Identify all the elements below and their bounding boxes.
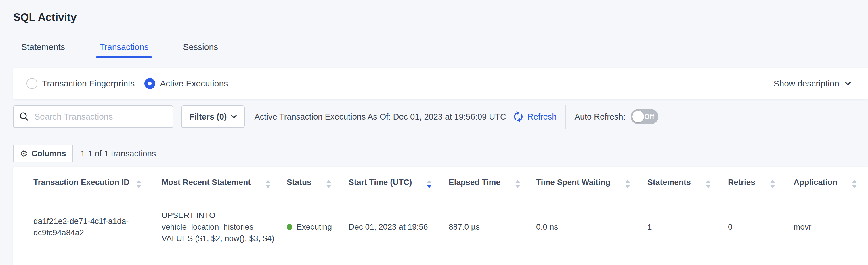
status-dot-icon: [287, 224, 292, 230]
column-header-transaction-execution-id[interactable]: Transaction Execution ID: [13, 167, 161, 201]
column-header-statements[interactable]: Statements: [647, 167, 727, 201]
columns-button-label: Columns: [32, 149, 66, 158]
columns-button[interactable]: ⚙ Columns: [13, 144, 73, 162]
as-of-timestamp: Active Transaction Executions As Of: Dec…: [254, 112, 506, 122]
search-icon: [19, 112, 29, 122]
sort-icon: [624, 180, 631, 189]
chevron-down-icon: [231, 115, 237, 119]
tab-statements[interactable]: Statements: [18, 36, 69, 58]
cell-start-time: Dec 01, 2023 at 19:56: [348, 201, 448, 253]
chevron-down-icon: [844, 81, 851, 86]
radio-transaction-fingerprints[interactable]: Transaction Fingerprints: [27, 78, 134, 89]
sort-icon: [851, 180, 858, 189]
auto-refresh-label: Auto Refresh:: [575, 112, 625, 122]
refresh-button[interactable]: Refresh: [513, 111, 557, 123]
toggle-state-label: Off: [644, 113, 654, 121]
results-count: 1-1 of 1 transactions: [81, 149, 156, 158]
controls-row: Filters (0) Active Transaction Execution…: [13, 105, 868, 128]
sort-icon: [325, 180, 332, 189]
column-header-time-spent-waiting[interactable]: Time Spent Waiting: [536, 167, 647, 201]
column-header-status[interactable]: Status: [286, 167, 348, 201]
cell-statements: 1: [647, 201, 727, 253]
radio-active-executions[interactable]: Active Executions: [144, 78, 228, 89]
refresh-icon: [513, 111, 524, 123]
cell-transaction-execution-id[interactable]: da1f21e2-de71-4c1f-a1da-dc9fc94a84a2: [13, 201, 161, 253]
cell-retries: 0: [727, 201, 793, 253]
cell-application: movr: [793, 201, 860, 253]
table-row: da1f21e2-de71-4c1f-a1da-dc9fc94a84a2 UPS…: [13, 201, 860, 253]
cell-status: Executing: [286, 201, 348, 253]
refresh-label: Refresh: [527, 112, 557, 122]
sort-icon: [514, 180, 521, 189]
sql-activity-tabs: Statements Transactions Sessions: [13, 36, 868, 58]
status-label: Executing: [297, 221, 332, 233]
auto-refresh-toggle[interactable]: Off: [631, 109, 658, 124]
filters-button[interactable]: Filters (0): [181, 105, 245, 128]
column-header-elapsed-time[interactable]: Elapsed Time: [448, 167, 536, 201]
results-row: ⚙ Columns 1-1 of 1 transactions: [13, 144, 156, 162]
tab-transactions[interactable]: Transactions: [96, 36, 152, 58]
search-input[interactable]: [34, 111, 167, 122]
column-header-start-time[interactable]: Start Time (UTC): [348, 167, 448, 201]
column-header-most-recent-statement[interactable]: Most Recent Statement: [161, 167, 286, 201]
sort-icon: [265, 180, 272, 189]
column-header-application[interactable]: Application: [793, 167, 860, 201]
cell-elapsed-time: 887.0 µs: [448, 201, 536, 253]
search-box: [13, 105, 174, 128]
transactions-table: Transaction Execution ID Most Recent Sta…: [13, 167, 860, 253]
radio-selected-icon: [144, 78, 155, 89]
tab-sessions[interactable]: Sessions: [179, 36, 222, 58]
radio-label: Transaction Fingerprints: [42, 79, 134, 88]
column-header-retries[interactable]: Retries: [727, 167, 793, 201]
sort-icon: [769, 180, 776, 189]
toggle-knob: [632, 111, 644, 123]
sort-icon: [135, 180, 143, 189]
show-description-toggle[interactable]: Show description: [774, 79, 868, 88]
transactions-table-card: Transaction Execution ID Most Recent Sta…: [13, 167, 868, 265]
vertical-divider: [565, 105, 566, 129]
show-description-label: Show description: [774, 79, 839, 88]
page-title: SQL Activity: [13, 11, 76, 24]
table-header-row: Transaction Execution ID Most Recent Sta…: [13, 167, 860, 201]
view-mode-card: Transaction Fingerprints Active Executio…: [13, 68, 868, 99]
gear-icon: ⚙: [20, 149, 28, 158]
sort-icon-active-desc: [426, 180, 433, 189]
filters-label: Filters (0): [189, 112, 227, 122]
radio-label: Active Executions: [160, 79, 228, 88]
radio-unselected-icon: [27, 78, 37, 89]
sort-icon: [705, 180, 712, 189]
cell-most-recent-statement: UPSERT INTO vehicle_location_histories V…: [161, 201, 286, 253]
cell-time-spent-waiting: 0.0 ns: [536, 201, 647, 253]
